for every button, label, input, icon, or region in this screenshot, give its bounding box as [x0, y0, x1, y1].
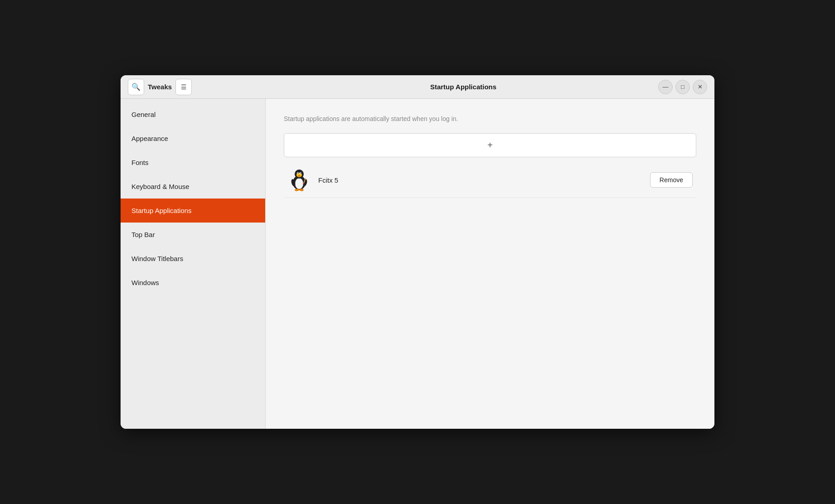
svg-point-8: [298, 175, 301, 177]
sidebar-item-appearance[interactable]: Appearance: [121, 126, 265, 150]
description-text: Startup applications are automatically s…: [284, 115, 696, 122]
sidebar-item-top-bar[interactable]: Top Bar: [121, 223, 265, 247]
add-application-button[interactable]: +: [284, 133, 696, 157]
app-title: Tweaks: [148, 83, 172, 91]
minimize-button[interactable]: —: [658, 80, 673, 94]
sidebar-item-fonts[interactable]: Fonts: [121, 150, 265, 174]
sidebar-item-window-titlebars[interactable]: Window Titlebars: [121, 247, 265, 271]
sidebar-item-general[interactable]: General: [121, 102, 265, 126]
main-content: General Appearance Fonts Keyboard & Mous…: [121, 99, 714, 429]
close-button[interactable]: ✕: [693, 80, 707, 94]
menu-button[interactable]: ☰: [175, 79, 192, 95]
minimize-icon: —: [663, 83, 669, 90]
app-window: 🔍 Tweaks ☰ Startup Applications — □ ✕ Ge…: [121, 75, 714, 429]
titlebar-left: 🔍 Tweaks ☰: [128, 79, 268, 95]
maximize-button[interactable]: □: [675, 80, 690, 94]
svg-point-1: [295, 178, 303, 189]
app-name-fcitx: Fcitx 5: [318, 176, 650, 184]
titlebar-right: — □ ✕: [658, 80, 707, 94]
titlebar: 🔍 Tweaks ☰ Startup Applications — □ ✕: [121, 75, 714, 99]
app-icon-fcitx: [287, 168, 311, 192]
sidebar-item-startup-applications[interactable]: Startup Applications: [121, 199, 265, 223]
search-button[interactable]: 🔍: [128, 79, 144, 95]
close-icon: ✕: [698, 83, 703, 90]
search-icon: 🔍: [131, 82, 141, 91]
maximize-icon: □: [681, 83, 685, 90]
remove-button[interactable]: Remove: [650, 172, 693, 188]
sidebar-item-keyboard-mouse[interactable]: Keyboard & Mouse: [121, 174, 265, 199]
svg-point-7: [301, 173, 301, 174]
plus-icon: +: [487, 140, 493, 150]
sidebar-item-windows[interactable]: Windows: [121, 271, 265, 295]
page-title: Startup Applications: [430, 83, 496, 91]
titlebar-center: Startup Applications: [268, 83, 658, 91]
sidebar: General Appearance Fonts Keyboard & Mous…: [121, 99, 266, 429]
svg-point-6: [298, 173, 299, 174]
hamburger-icon: ☰: [181, 83, 187, 91]
content-area: Startup applications are automatically s…: [266, 99, 714, 429]
app-row: Fcitx 5 Remove: [284, 163, 696, 198]
